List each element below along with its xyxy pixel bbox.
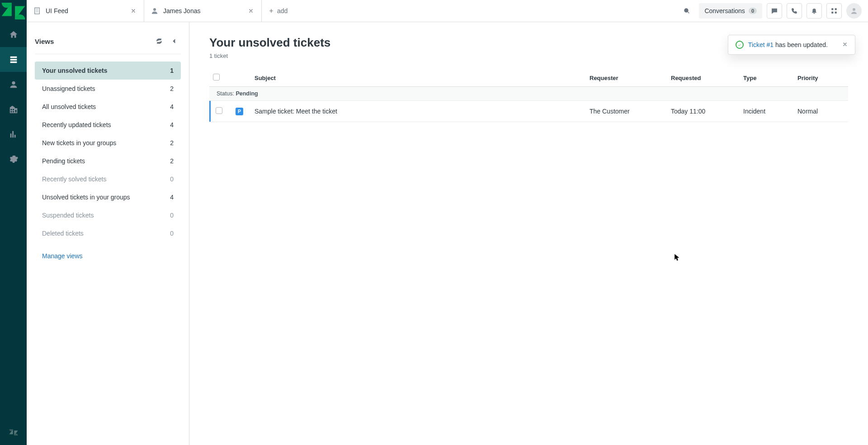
tab-ui-feed[interactable]: UI Feed <box>27 0 144 22</box>
tab-close-button[interactable] <box>129 7 137 15</box>
view-item-count: 2 <box>170 157 174 165</box>
toast-rest: has been updated. <box>774 41 828 48</box>
svg-rect-5 <box>832 12 833 13</box>
cell-priority: Normal <box>794 101 848 122</box>
status-badge: P <box>236 108 243 115</box>
nav-rail <box>0 0 27 445</box>
manage-views-link[interactable]: Manage views <box>35 252 181 260</box>
view-item-count: 0 <box>170 212 174 219</box>
apps-button[interactable] <box>826 3 842 19</box>
add-tab-button[interactable]: add <box>262 0 294 22</box>
svg-point-2 <box>684 9 688 12</box>
row-status-marker <box>209 101 211 122</box>
tab-strip: UI Feed James Jonas add Conversations <box>27 0 868 22</box>
view-item-label: Pending tickets <box>42 157 85 165</box>
row-checkbox[interactable] <box>216 107 222 114</box>
search-button[interactable] <box>679 3 694 19</box>
cell-requester: The Customer <box>586 101 667 122</box>
status-group-row: Status: Pending <box>209 87 848 101</box>
col-priority[interactable]: Priority <box>794 69 848 87</box>
nav-views[interactable] <box>0 47 27 72</box>
collapse-panel-button[interactable] <box>168 35 181 47</box>
view-item[interactable]: Unassigned tickets2 <box>35 80 181 98</box>
view-item[interactable]: Unsolved tickets in your groups4 <box>35 188 181 206</box>
view-item-count: 1 <box>170 67 174 74</box>
nav-home[interactable] <box>0 22 27 47</box>
tab-label: James Jonas <box>163 7 242 14</box>
view-item-count: 4 <box>170 103 174 110</box>
success-check-icon <box>736 41 744 49</box>
view-item-label: Deleted tickets <box>42 230 84 237</box>
view-item-label: Recently updated tickets <box>42 121 111 128</box>
nav-admin[interactable] <box>0 147 27 171</box>
select-all-checkbox[interactable] <box>213 74 220 80</box>
col-requester[interactable]: Requester <box>586 69 667 87</box>
svg-rect-4 <box>835 9 836 10</box>
view-item-label: New tickets in your groups <box>42 139 116 147</box>
col-type[interactable]: Type <box>740 69 794 87</box>
view-item[interactable]: Suspended tickets0 <box>35 206 181 224</box>
svg-rect-3 <box>832 9 833 10</box>
view-item-count: 4 <box>170 121 174 128</box>
cell-requested: Today 11:00 <box>667 101 740 122</box>
toast-close-button[interactable] <box>842 41 848 48</box>
notifications-button[interactable] <box>807 3 822 19</box>
view-item-count: 2 <box>170 139 174 147</box>
conversations-count-badge: 0 <box>749 8 757 14</box>
tab-james-jonas[interactable]: James Jonas <box>144 0 262 22</box>
view-item-label: Recently solved tickets <box>42 175 106 183</box>
view-item-label: Your unsolved tickets <box>42 67 107 74</box>
tickets-table: Subject Requester Requested Type Priorit… <box>209 69 848 122</box>
view-item-label: Unassigned tickets <box>42 85 95 92</box>
views-panel: Views Your unsolved tickets1Unassigned t… <box>27 22 189 445</box>
zendesk-logo-icon[interactable] <box>0 0 27 22</box>
toast-ticket-link[interactable]: Ticket #1 <box>748 41 774 48</box>
status-prefix: Status: <box>217 90 236 97</box>
toast-message: Ticket #1 has been updated. <box>748 41 828 48</box>
view-item[interactable]: Deleted tickets0 <box>35 224 181 242</box>
view-item[interactable]: Recently solved tickets0 <box>35 170 181 188</box>
nav-reporting[interactable] <box>0 122 27 147</box>
table-row[interactable]: PSample ticket: Meet the ticketThe Custo… <box>209 101 848 122</box>
view-item-label: Unsolved tickets in your groups <box>42 194 130 201</box>
svg-point-7 <box>853 8 855 11</box>
user-icon <box>151 7 159 15</box>
col-requested[interactable]: Requested <box>667 69 740 87</box>
view-item[interactable]: New tickets in your groups2 <box>35 134 181 152</box>
views-list: Your unsolved tickets1Unassigned tickets… <box>35 62 181 242</box>
status-value: Pending <box>236 90 258 97</box>
view-item-count: 4 <box>170 194 174 201</box>
svg-rect-0 <box>35 8 40 14</box>
view-item[interactable]: Recently updated tickets4 <box>35 116 181 134</box>
building-icon <box>33 7 41 15</box>
view-item[interactable]: All unsolved tickets4 <box>35 98 181 116</box>
chat-button[interactable] <box>767 3 782 19</box>
content-area: Your unsolved tickets 1 ticket Subject R… <box>189 22 868 445</box>
cell-subject: Sample ticket: Meet the ticket <box>251 101 586 122</box>
view-item-label: Suspended tickets <box>42 212 94 219</box>
nav-organizations[interactable] <box>0 97 27 122</box>
view-item[interactable]: Your unsolved tickets1 <box>35 62 181 80</box>
cell-type: Incident <box>740 101 794 122</box>
refresh-views-button[interactable] <box>153 35 165 47</box>
nav-customers[interactable] <box>0 72 27 97</box>
phone-button[interactable] <box>787 3 802 19</box>
top-right-toolbar: Conversations 0 <box>679 0 868 22</box>
update-toast: Ticket #1 has been updated. <box>728 35 855 55</box>
cursor-icon <box>674 254 680 264</box>
profile-avatar[interactable] <box>846 3 862 19</box>
view-item[interactable]: Pending tickets2 <box>35 152 181 170</box>
tab-close-button[interactable] <box>247 7 255 15</box>
add-tab-label: add <box>277 7 288 14</box>
svg-point-1 <box>153 8 156 11</box>
zendesk-footer-icon[interactable] <box>0 423 27 441</box>
main-column: UI Feed James Jonas add Conversations <box>27 0 868 445</box>
tab-label: UI Feed <box>46 7 125 14</box>
view-item-label: All unsolved tickets <box>42 103 96 110</box>
conversations-label: Conversations <box>704 7 745 14</box>
svg-rect-6 <box>835 12 836 13</box>
col-subject[interactable]: Subject <box>251 69 586 87</box>
views-title: Views <box>35 38 54 45</box>
view-item-count: 0 <box>170 230 174 237</box>
conversations-button[interactable]: Conversations 0 <box>699 3 762 19</box>
